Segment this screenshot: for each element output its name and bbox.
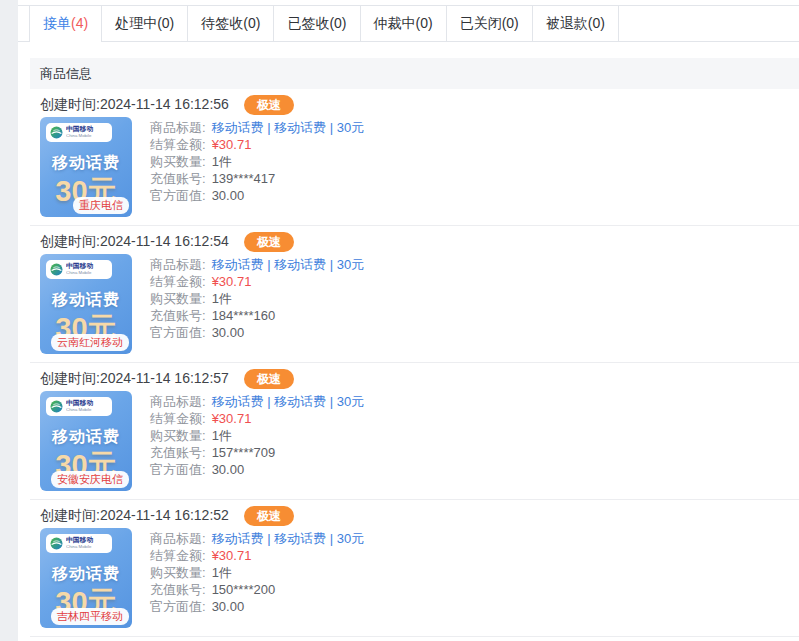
label-recharge-account: 充值账号: <box>150 582 206 598</box>
brand-name-cn: 中国移动 <box>66 263 101 270</box>
order-created-time: 创建时间:2024-11-14 16:12:56 <box>40 96 229 114</box>
product-card[interactable]: 中国移动 China Mobile 移动话费 30元 重庆电信 <box>40 117 132 217</box>
label-settle-amount: 结算金额: <box>150 548 206 564</box>
brand-name-en: China Mobile <box>66 133 91 137</box>
face-value: 30.00 <box>212 462 245 478</box>
quantity-value: 1件 <box>212 428 232 444</box>
detail-row-account: 充值账号: 150****200 <box>150 582 364 598</box>
label-face-value: 官方面值: <box>150 599 206 615</box>
order-row: 创建时间:2024-11-14 16:12:52 极速 <box>30 500 799 637</box>
order-row: 创建时间:2024-11-14 16:12:54 极速 <box>30 226 799 363</box>
detail-row-account: 充值账号: 184****160 <box>150 308 364 324</box>
settle-amount-value: ¥30.71 <box>212 411 252 427</box>
order-time-row: 创建时间:2024-11-14 16:12:52 极速 <box>40 507 799 525</box>
label-face-value: 官方面值: <box>150 462 206 478</box>
label-product-title: 商品标题: <box>150 120 206 136</box>
product-title-link[interactable]: 移动话费 | 移动话费 | 30元 <box>212 120 365 136</box>
label-face-value: 官方面值: <box>150 325 206 341</box>
card-product-name: 移动话费 <box>40 290 132 311</box>
detail-row-title: 商品标题: 移动话费 | 移动话费 | 30元 <box>150 531 364 547</box>
card-region-tag: 安徽安庆电信 <box>51 471 129 488</box>
card-product-name: 移动话费 <box>40 564 132 585</box>
tab-count: (0) <box>157 15 174 31</box>
brand-name-en: China Mobile <box>66 407 91 411</box>
status-tab[interactable]: 待签收(0) <box>188 6 274 41</box>
label-recharge-account: 充值账号: <box>150 308 206 324</box>
status-tab[interactable]: 仲裁中(0) <box>361 6 447 41</box>
settle-amount-value: ¥30.71 <box>212 274 252 290</box>
china-mobile-brand-pill: 中国移动 China Mobile <box>46 397 112 416</box>
tab-label: 处理中 <box>115 15 157 31</box>
order-details: 商品标题: 移动话费 | 移动话费 | 30元 结算金额: ¥30.71 购买数… <box>150 117 364 205</box>
label-recharge-account: 充值账号: <box>150 445 206 461</box>
china-mobile-logo-icon <box>50 263 63 276</box>
china-mobile-brand-pill: 中国移动 China Mobile <box>46 260 112 279</box>
status-tab[interactable]: 已签收(0) <box>274 6 360 41</box>
detail-row-title: 商品标题: 移动话费 | 移动话费 | 30元 <box>150 394 364 410</box>
card-product-name: 移动话费 <box>40 153 132 174</box>
quantity-value: 1件 <box>212 154 232 170</box>
left-gutter <box>0 0 18 641</box>
card-product-name: 移动话费 <box>40 427 132 448</box>
product-card[interactable]: 中国移动 China Mobile 移动话费 30元 安徽安庆电信 <box>40 391 132 491</box>
speed-badge: 极速 <box>244 506 294 526</box>
product-card[interactable]: 中国移动 China Mobile 移动话费 30元 吉林四平移动 <box>40 528 132 628</box>
orders-list: 创建时间:2024-11-14 16:12:56 极速 <box>30 89 799 637</box>
speed-badge: 极速 <box>244 232 294 252</box>
product-title-link[interactable]: 移动话费 | 移动话费 | 30元 <box>212 394 365 410</box>
recharge-account-value: 157****709 <box>212 445 276 461</box>
product-title-link[interactable]: 移动话费 | 移动话费 | 30元 <box>212 531 365 547</box>
order-details: 商品标题: 移动话费 | 移动话费 | 30元 结算金额: ¥30.71 购买数… <box>150 391 364 479</box>
card-region-tag: 吉林四平移动 <box>51 608 129 625</box>
tab-label: 被退款 <box>546 15 588 31</box>
detail-row-quantity: 购买数量: 1件 <box>150 154 364 170</box>
status-tab[interactable]: 处理中(0) <box>102 6 188 41</box>
speed-badge: 极速 <box>244 95 294 115</box>
status-tab[interactable]: 已关闭(0) <box>447 6 533 41</box>
face-value: 30.00 <box>212 599 245 615</box>
order-details: 商品标题: 移动话费 | 移动话费 | 30元 结算金额: ¥30.71 购买数… <box>150 528 364 616</box>
tab-label: 仲裁中 <box>374 15 416 31</box>
tab-label: 已关闭 <box>460 15 502 31</box>
tab-label: 已签收 <box>287 15 329 31</box>
brand-name-cn: 中国移动 <box>66 126 101 133</box>
label-quantity: 购买数量: <box>150 428 206 444</box>
detail-row-account: 充值账号: 157****709 <box>150 445 364 461</box>
order-row: 创建时间:2024-11-14 16:12:57 极速 <box>30 363 799 500</box>
brand-name-en: China Mobile <box>66 270 91 274</box>
label-settle-amount: 结算金额: <box>150 274 206 290</box>
status-tab[interactable]: 被退款(0) <box>533 6 619 41</box>
brand-text: 中国移动 China Mobile <box>66 536 107 551</box>
brand-name-en: China Mobile <box>66 544 91 548</box>
detail-row-quantity: 购买数量: 1件 <box>150 291 364 307</box>
tab-count: (0) <box>502 15 519 31</box>
order-row: 创建时间:2024-11-14 16:12:56 极速 <box>30 89 799 226</box>
table-header-product-info: 商品信息 <box>30 58 799 89</box>
quantity-value: 1件 <box>212 291 232 307</box>
status-tab[interactable]: 接单(4) <box>29 6 102 42</box>
detail-row-face-value: 官方面值: 30.00 <box>150 462 364 478</box>
order-status-tabbar: 接单(4) 处理中(0) 待签收(0) 已签收(0) 仲裁中(0) 已关闭(0)… <box>29 6 619 42</box>
recharge-account-value: 139****417 <box>212 171 276 187</box>
brand-text: 中国移动 China Mobile <box>66 262 107 277</box>
tab-label: 接单 <box>43 15 71 31</box>
tab-count: (0) <box>416 15 433 31</box>
label-quantity: 购买数量: <box>150 154 206 170</box>
detail-row-title: 商品标题: 移动话费 | 移动话费 | 30元 <box>150 257 364 273</box>
product-title-link[interactable]: 移动话费 | 移动话费 | 30元 <box>212 257 365 273</box>
detail-row-face-value: 官方面值: 30.00 <box>150 325 364 341</box>
detail-row-amount: 结算金额: ¥30.71 <box>150 137 364 153</box>
order-created-time: 创建时间:2024-11-14 16:12:52 <box>40 507 229 525</box>
brand-name-cn: 中国移动 <box>66 537 101 544</box>
settle-amount-value: ¥30.71 <box>212 548 252 564</box>
china-mobile-logo-icon <box>50 537 63 550</box>
label-product-title: 商品标题: <box>150 394 206 410</box>
product-card[interactable]: 中国移动 China Mobile 移动话费 30元 云南红河移动 <box>40 254 132 354</box>
detail-row-amount: 结算金额: ¥30.71 <box>150 548 364 564</box>
tab-count: (4) <box>71 15 88 31</box>
detail-row-amount: 结算金额: ¥30.71 <box>150 411 364 427</box>
recharge-account-value: 150****200 <box>212 582 276 598</box>
face-value: 30.00 <box>212 188 245 204</box>
main-panel: 接单(4) 处理中(0) 待签收(0) 已签收(0) 仲裁中(0) 已关闭(0)… <box>18 0 799 641</box>
detail-row-amount: 结算金额: ¥30.71 <box>150 274 364 290</box>
